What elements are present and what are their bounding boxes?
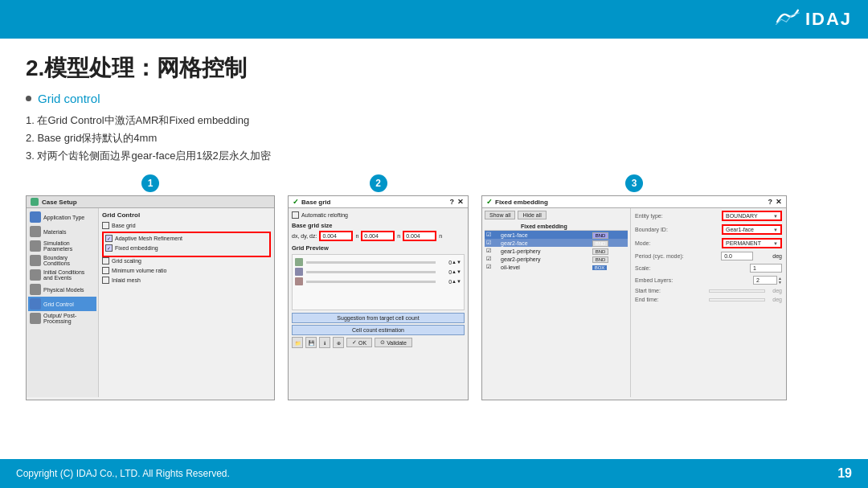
bottom-bar: Copyright (C) IDAJ Co., LTD. All Rights … (0, 459, 868, 488)
panel3-help-icon[interactable]: ? (768, 198, 773, 206)
table-row-oil-level[interactable]: ☑ oil-level BOX (485, 263, 628, 271)
input-dx[interactable]: 0.004 (319, 231, 353, 241)
panel-fixed-embedding: ✓ Fixed embedding ? ✕ Show all Hide all (481, 195, 787, 400)
preview-icon-3 (295, 277, 303, 285)
checkbox-icon-inlaid[interactable] (102, 277, 109, 284)
ok-label: OK (358, 340, 366, 346)
checkbox-fixed-embedding[interactable]: ✓ Fixed embedding (105, 244, 268, 252)
panel2-close-icon[interactable]: ✕ (457, 198, 464, 206)
validate-label: Validate (387, 340, 407, 346)
field-start-time: Start time: deg (635, 288, 782, 293)
checkbox-icon-auto[interactable] (292, 211, 299, 219)
boundary-id-text: Gear1-face (726, 227, 754, 232)
entity-type-value[interactable]: BOUNDARY ▼ (722, 211, 782, 221)
checkbox-grid-scaling[interactable]: Grid scaling (102, 257, 271, 265)
field-embed-layers: Embed Layers: 2 ▲ ▼ (635, 276, 782, 285)
col-check (485, 223, 499, 231)
panel1-titlebar: Case Setup (27, 196, 274, 208)
input-dy[interactable]: 0.004 (361, 231, 395, 241)
panel1-body: Application Type Materials Simulation Pa… (27, 208, 274, 397)
start-time-value (709, 289, 765, 293)
panel3-close-icon[interactable]: ✕ (776, 198, 782, 206)
checkbox-icon-volume[interactable] (102, 267, 109, 274)
grid-preview-label: Grid Preview (292, 244, 465, 252)
show-all-btn[interactable]: Show all (485, 211, 515, 219)
entity-type-text: BOUNDARY (726, 213, 758, 219)
checkbox-icon-fixed[interactable]: ✓ (105, 244, 113, 252)
row-label-2: gear2-face (499, 239, 589, 247)
field-boundary-id: Boundary ID: Gear1-face ▼ (635, 224, 782, 235)
preview-slider-3[interactable] (306, 281, 436, 283)
embed-layers-spinner[interactable]: 2 ▲ ▼ (753, 276, 782, 285)
table-row-gear1-face[interactable]: ☑ gear1-face BND (485, 231, 628, 240)
preview-slider-1[interactable] (306, 261, 436, 264)
table-row-gear2-face[interactable]: ☑ gear2-face BND (485, 239, 628, 247)
suggestion-btn[interactable]: Suggestion from target cell count (292, 313, 465, 323)
end-time-value (709, 298, 765, 301)
preview-slider-2[interactable] (306, 271, 436, 273)
period-value[interactable]: 0.0 (721, 252, 753, 260)
bullet-item: Grid control (26, 92, 842, 105)
icon-btn-2[interactable]: 💾 (305, 337, 317, 348)
preview-row-1: 0 ▲▼ (295, 257, 461, 267)
hide-all-btn[interactable]: Hide all (518, 211, 546, 219)
panel3-titlebar: ✓ Fixed embedding ? ✕ (482, 196, 786, 208)
mode-value[interactable]: PERMANENT ▼ (722, 238, 782, 248)
validate-icon: ⊙ (380, 339, 385, 346)
sidebar-physical[interactable]: Physical Models (28, 282, 96, 297)
checkbox-icon-base[interactable] (102, 222, 109, 229)
screenshots-row: 1 Case Setup Application Type Materia (26, 174, 842, 400)
physical-icon (30, 284, 41, 295)
sidebar-boundary[interactable]: Boundary Conditions (28, 253, 96, 268)
sidebar-label: Boundary Conditions (43, 255, 95, 266)
spinner-down[interactable]: ▼ (778, 281, 782, 285)
field-scale: Scale: 1 (635, 264, 782, 273)
embed-layers-value[interactable]: 2 (753, 276, 777, 285)
cell-count-btn[interactable]: Cell count estimation (292, 325, 465, 335)
sidebar-materials[interactable]: Materials (28, 224, 96, 239)
validate-btn[interactable]: ⊙ Validate (375, 338, 412, 347)
circle-num-3: 3 (625, 174, 643, 192)
checkbox-auto-reloft[interactable]: Automatic relofting (292, 211, 465, 219)
checkbox-amr[interactable]: ✓ Adaptive Mesh Refinement (105, 235, 268, 242)
input-dz[interactable]: 0.004 (403, 231, 436, 241)
preview-value-1: 0 (439, 260, 452, 265)
scale-value[interactable]: 1 (750, 264, 782, 273)
panel2-body: Automatic relofting Base grid size dx, d… (289, 208, 468, 351)
ok-btn[interactable]: ✓ OK (346, 338, 372, 347)
checkbox-label-base: Base grid (112, 223, 136, 228)
page-number: 19 (837, 466, 852, 481)
sidebar-application-type[interactable]: Application Type (28, 210, 96, 224)
bullet-section: Grid control (26, 92, 842, 105)
checkbox-icon-scaling[interactable] (102, 257, 109, 265)
sidebar-label: Grid Control (43, 301, 74, 307)
sidebar-output[interactable]: Output/ Post-Processing (28, 311, 96, 326)
table-row-gear1-periphery[interactable]: ☑ gear1-periphery BND (485, 247, 628, 255)
checkbox-icon-amr[interactable]: ✓ (105, 235, 113, 242)
panel2-help-icon[interactable]: ? (450, 198, 455, 206)
screenshot-block-3: 3 ✓ Fixed embedding ? ✕ Show all (481, 174, 787, 400)
checkbox-label-auto: Automatic relofting (301, 212, 348, 218)
icon-btn-4[interactable]: ⊕ (333, 337, 344, 348)
preview-spinner-3[interactable]: ▲▼ (452, 279, 461, 284)
preview-spinner-1[interactable]: ▲▼ (452, 260, 461, 265)
checkbox-label-scaling: Grid scaling (112, 258, 141, 264)
preview-spinner-2[interactable]: ▲▼ (452, 269, 461, 274)
simulation-icon (30, 240, 41, 252)
icon-btn-3[interactable]: ℹ (319, 337, 330, 348)
logo-text: IDAJ (805, 9, 852, 30)
sidebar-grid-control[interactable]: Grid Control (28, 297, 96, 311)
sidebar-simulation[interactable]: Simulation Parameters (28, 239, 96, 253)
table-row-gear2-periphery[interactable]: ☑ gear2-periphery BND (485, 255, 628, 263)
checkbox-min-volume[interactable]: Minimum volume ratio (102, 267, 271, 274)
sidebar-initial[interactable]: Initial Conditions and Events (28, 268, 96, 282)
preview-value-2: 0 (439, 269, 452, 275)
checkbox-label-inlaid: Inlaid mesh (112, 277, 141, 283)
checkbox-inlaid-mesh[interactable]: Inlaid mesh (102, 277, 271, 284)
panel1-main: Grid Control Base grid ✓ Adaptive Mesh R… (99, 208, 274, 397)
checkbox-base-grid[interactable]: Base grid (102, 222, 271, 229)
boundary-id-value[interactable]: Gear1-face ▼ (722, 224, 782, 235)
mode-arrow: ▼ (773, 241, 778, 246)
icon-btn-1[interactable]: 📁 (292, 337, 303, 348)
row-tag-1: BND (589, 231, 628, 240)
